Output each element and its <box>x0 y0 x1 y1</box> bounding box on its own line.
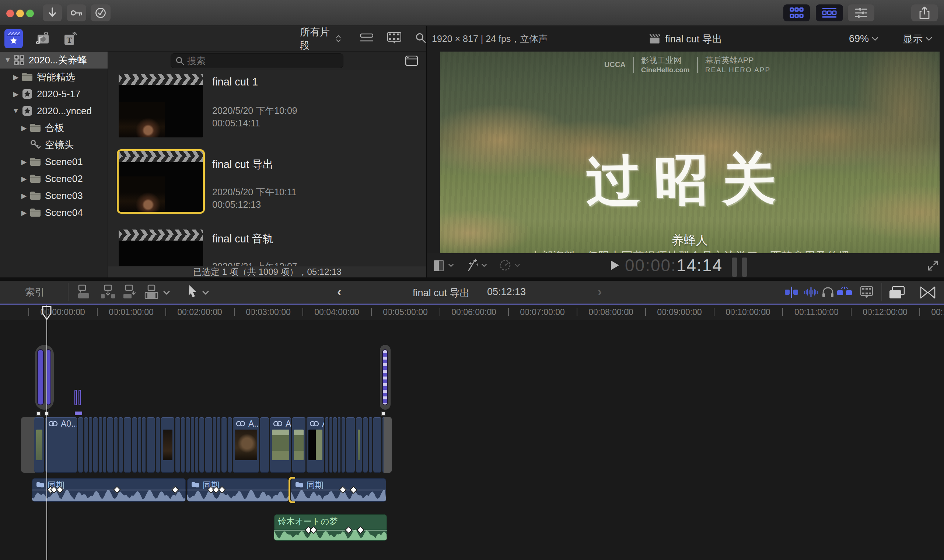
clip-name[interactable]: final cut 1 <box>212 76 258 88</box>
video-clip[interactable] <box>195 417 198 473</box>
video-clip[interactable] <box>213 417 216 473</box>
video-clip[interactable] <box>161 417 174 473</box>
view-options-button[interactable] <box>433 259 454 272</box>
video-clip[interactable] <box>260 417 269 473</box>
keywords-button[interactable] <box>67 5 86 22</box>
timecode-value[interactable]: 14:14 <box>676 255 723 275</box>
viewer-display-dropdown[interactable]: 显示 <box>903 32 932 46</box>
timeline-ruler[interactable]: 00:00:00:0000:01:00:0000:02:00:0000:03:0… <box>0 305 944 320</box>
video-clip[interactable] <box>181 417 184 473</box>
video-clip[interactable] <box>78 417 83 473</box>
video-clip[interactable] <box>124 417 131 473</box>
trim-handle[interactable] <box>381 412 386 415</box>
video-clip[interactable] <box>156 417 160 473</box>
sidebar-item-2020-ynced[interactable]: ▼2020...ynced <box>0 102 108 119</box>
video-clip[interactable] <box>107 417 113 473</box>
playhead-line[interactable] <box>46 305 47 560</box>
clip-name[interactable]: final cut 音轨 <box>212 232 274 246</box>
sidebar-item--[interactable]: ▶合板 <box>0 119 108 136</box>
filter-window-button[interactable] <box>402 54 421 68</box>
video-clip[interactable] <box>147 417 155 473</box>
sidebar-item-scene02[interactable]: ▶Scene02 <box>0 170 108 187</box>
video-clip[interactable] <box>217 417 220 473</box>
video-clip[interactable] <box>99 417 102 473</box>
skimming-toggle[interactable] <box>784 287 799 298</box>
viewer-zoom-dropdown[interactable]: 69% <box>849 33 878 45</box>
clip-thumbnail[interactable] <box>117 149 205 214</box>
video-clip[interactable] <box>34 417 44 473</box>
video-clip[interactable] <box>221 417 227 473</box>
zoom-window-button[interactable] <box>26 9 34 17</box>
effects-browser-button[interactable] <box>889 286 905 299</box>
sidebar-item-2020-[interactable]: ▼2020...关养蜂 <box>0 52 108 69</box>
audio-clip-sync[interactable]: 同期 <box>187 478 289 502</box>
disclosure-triangle-icon[interactable]: ▶ <box>19 124 29 132</box>
background-tasks-button[interactable] <box>91 5 111 22</box>
video-clip[interactable] <box>329 417 332 473</box>
video-clip[interactable] <box>292 417 306 473</box>
next-timeline-button[interactable]: › <box>598 285 602 299</box>
disclosure-triangle-icon[interactable]: ▶ <box>19 209 29 217</box>
disclosure-triangle-icon[interactable]: ▶ <box>19 192 29 200</box>
video-clip[interactable] <box>369 417 372 473</box>
minimize-window-button[interactable] <box>16 9 24 17</box>
sidebar-item--[interactable]: 空镜头 <box>0 136 108 153</box>
tab-titles-generators[interactable]: T <box>60 29 79 48</box>
insert-edit-button[interactable] <box>100 285 117 300</box>
overwrite-edit-button[interactable] <box>145 285 161 300</box>
select-tool-button[interactable] <box>187 285 198 300</box>
connected-clip-mini[interactable] <box>74 390 77 405</box>
video-clip[interactable] <box>205 417 212 473</box>
clip-filter-dropdown[interactable]: 所有片段 <box>300 25 341 52</box>
video-clip[interactable] <box>132 417 137 473</box>
transitions-browser-button[interactable] <box>920 286 936 299</box>
list-view-button[interactable] <box>360 34 373 44</box>
retime-button[interactable] <box>499 259 520 272</box>
enhance-button[interactable] <box>466 258 487 272</box>
video-clip[interactable] <box>142 417 146 473</box>
audio-clip-sync[interactable]: 同期 <box>291 478 386 502</box>
video-clip[interactable] <box>373 417 381 473</box>
connected-clip-mini[interactable] <box>78 390 81 405</box>
chevron-down-icon[interactable] <box>202 290 209 295</box>
video-clip[interactable] <box>228 417 232 473</box>
play-icon[interactable] <box>610 260 620 271</box>
video-clip[interactable] <box>333 417 337 473</box>
disclosure-triangle-icon[interactable]: ▶ <box>19 175 29 183</box>
video-clip[interactable]: A... <box>233 417 259 473</box>
tab-libraries[interactable] <box>5 29 23 48</box>
video-clip[interactable] <box>89 417 92 473</box>
import-media-button[interactable] <box>43 5 62 22</box>
playhead-marker[interactable] <box>41 305 52 321</box>
filmstrip-view-button[interactable] <box>387 32 401 45</box>
video-clip[interactable] <box>341 417 345 473</box>
sidebar-item--[interactable]: ▶智能精选 <box>0 69 108 86</box>
video-clip[interactable] <box>191 417 194 473</box>
connected-title-clip[interactable] <box>37 349 44 405</box>
video-clip[interactable]: A <box>307 417 324 473</box>
video-clip[interactable] <box>338 417 340 473</box>
clip-thumbnail[interactable] <box>118 229 203 266</box>
volume-line[interactable] <box>274 530 387 531</box>
append-edit-button[interactable] <box>123 285 139 300</box>
video-clip[interactable] <box>175 417 180 473</box>
sidebar-item-2020-5-17[interactable]: ▶2020-5-17 <box>0 86 108 102</box>
clip-thumbnail[interactable] <box>118 74 203 137</box>
sidebar-item-scene03[interactable]: ▶Scene03 <box>0 187 108 204</box>
close-window-button[interactable] <box>6 9 14 17</box>
video-clip[interactable] <box>103 417 106 473</box>
search-input[interactable] <box>187 55 327 66</box>
sidebar-item-scene04[interactable]: ▶Scene04 <box>0 204 108 221</box>
disclosure-triangle-icon[interactable]: ▼ <box>3 56 12 64</box>
show-browser-button[interactable] <box>783 5 810 22</box>
disclosure-triangle-icon[interactable]: ▶ <box>11 90 21 98</box>
video-clip[interactable] <box>325 417 328 473</box>
connected-title-clip[interactable] <box>382 349 388 405</box>
share-button[interactable] <box>911 5 938 22</box>
video-clip[interactable]: A0... <box>45 417 77 473</box>
video-clip[interactable] <box>356 417 362 473</box>
clip-appearance-button[interactable] <box>860 286 873 299</box>
disclosure-triangle-icon[interactable]: ▶ <box>19 158 29 166</box>
video-clip[interactable] <box>118 417 123 473</box>
sidebar-item-scene01[interactable]: ▶Scene01 <box>0 153 108 170</box>
